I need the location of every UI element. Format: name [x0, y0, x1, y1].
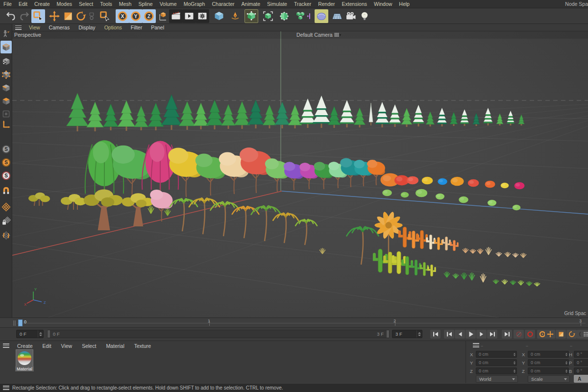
plant-pine-2[interactable]	[103, 104, 118, 130]
coords-field-b-2[interactable]: 0 °	[574, 368, 588, 374]
menu-edit[interactable]: Edit	[15, 0, 31, 8]
tool-render-picture[interactable]	[182, 9, 196, 23]
plant-pine-6[interactable]	[161, 95, 182, 130]
plant-spine-23[interactable]	[389, 104, 401, 127]
end-frame-field[interactable]: 3 F	[392, 330, 422, 338]
material-name[interactable]: Material	[15, 367, 34, 371]
plant-pine-5[interactable]	[148, 103, 164, 130]
coords-dropdown-world[interactable]: World	[476, 375, 518, 383]
menu-modes[interactable]: Modes	[53, 0, 76, 8]
menu-volume[interactable]: Volume	[156, 0, 180, 8]
tool-subdivision-cube[interactable]	[245, 9, 258, 23]
transport-next-frame[interactable]	[476, 330, 487, 339]
tool-light-bulb[interactable]	[358, 9, 371, 23]
rail-workplane-lock[interactable]	[0, 215, 12, 227]
status-menu-icon[interactable]	[3, 386, 9, 390]
viewport-menu-options[interactable]: Options	[100, 24, 126, 30]
plant-scrub-97[interactable]	[513, 253, 518, 257]
plant-grass-107[interactable]	[453, 273, 459, 278]
playhead[interactable]	[18, 319, 23, 326]
plant-cactus-104[interactable]	[421, 262, 428, 276]
rail-model-figure[interactable]	[0, 27, 12, 40]
plant-bush-61[interactable]	[401, 192, 409, 197]
plant-cactus-89[interactable]	[443, 237, 450, 250]
plant-bush-66[interactable]	[513, 205, 521, 210]
coords-dropdown-scale[interactable]: Scale	[528, 375, 570, 383]
plant-spine-33[interactable]	[507, 111, 514, 125]
plant-grass-106[interactable]	[444, 271, 450, 277]
tool-render-settings[interactable]	[196, 9, 209, 23]
plant-pine-24[interactable]	[401, 108, 412, 127]
plant-palm-80[interactable]	[295, 220, 317, 245]
timeline-grip[interactable]	[13, 320, 16, 326]
camera-dropdown-icon[interactable]	[334, 32, 341, 38]
transport-goto-end[interactable]	[502, 330, 512, 339]
tool-coord-system[interactable]	[156, 9, 170, 23]
menu-file[interactable]: File	[0, 0, 15, 8]
plant-bush-60[interactable]	[382, 190, 392, 196]
menu-character[interactable]: Character	[208, 0, 238, 8]
plant-bush-54[interactable]	[438, 178, 447, 185]
menu-tools[interactable]: Tools	[97, 0, 116, 8]
tool-generator-cube[interactable]	[261, 9, 275, 23]
menu-select[interactable]: Select	[75, 0, 97, 8]
menu-create[interactable]: Create	[31, 0, 53, 8]
tool-axis-y[interactable]: Y	[129, 9, 143, 23]
rail-point-cube[interactable]	[0, 68, 12, 81]
coords-stepper[interactable]	[512, 351, 516, 357]
plant-scrub-92[interactable]	[470, 249, 476, 253]
plant-pine-15[interactable]	[288, 105, 302, 128]
transport-toggle-pla[interactable]	[581, 330, 588, 339]
transport-goto-start[interactable]	[430, 330, 441, 339]
menu-animate[interactable]: Animate	[238, 0, 264, 8]
tool-redo[interactable]	[18, 9, 31, 23]
menu-render[interactable]: Render	[315, 0, 338, 8]
plant-scrub-93[interactable]	[477, 248, 483, 254]
plant-grass-73[interactable]	[165, 209, 171, 216]
rail-workplane-axis[interactable]	[0, 118, 12, 131]
plant-scrub-114[interactable]	[518, 280, 524, 285]
plant-cactus-87[interactable]	[427, 235, 434, 249]
viewport-menu-icon[interactable]	[15, 25, 22, 30]
tool-camera[interactable]	[344, 9, 358, 23]
coords-field-x-1[interactable]: 0 cm	[528, 351, 569, 358]
plant-cactus-103[interactable]	[412, 260, 420, 275]
coords-field-z-0[interactable]: 0 cm	[476, 368, 517, 374]
material-menu-select[interactable]: Select	[77, 343, 101, 349]
plant-bush-58[interactable]	[501, 183, 509, 188]
plant-cactus-90[interactable]	[451, 240, 458, 251]
apply-button[interactable]: A	[574, 375, 588, 383]
material-menu-icon[interactable]	[3, 343, 9, 348]
plant-spine-29[interactable]	[460, 109, 469, 126]
coords-field-p-2[interactable]: 0 °	[574, 359, 588, 366]
plant-bush-52[interactable]	[407, 176, 418, 185]
tool-volume-cubes[interactable]	[294, 9, 307, 23]
plant-grass-72[interactable]	[148, 206, 154, 214]
plant-scrub-95[interactable]	[496, 252, 502, 256]
menu-tracker[interactable]: Tracker	[291, 0, 315, 8]
plant-bush-57[interactable]	[485, 181, 495, 188]
viewport-menu-panel[interactable]: Panel	[147, 24, 169, 30]
transport-prev-key[interactable]	[444, 330, 454, 339]
menu-simulate[interactable]: Simulate	[264, 0, 291, 8]
plant-bush-56[interactable]	[468, 179, 479, 187]
plant-bush-63[interactable]	[436, 194, 444, 199]
plant-cactus-86[interactable]	[417, 230, 426, 249]
tool-last-tool[interactable]	[87, 9, 96, 23]
plant-pine-13[interactable]	[263, 105, 276, 128]
plant-grass-109[interactable]	[469, 272, 475, 280]
plant-bush-59[interactable]	[514, 182, 525, 190]
viewport-menu-view[interactable]: View	[24, 24, 45, 30]
transport-record-disabled[interactable]	[514, 330, 524, 339]
frame-stepper[interactable]	[38, 330, 43, 338]
coords-stepper[interactable]	[564, 360, 568, 366]
plant-pine-3[interactable]	[118, 100, 135, 131]
rail-workplane-grid[interactable]	[0, 200, 12, 213]
plant-bush-62[interactable]	[416, 189, 427, 197]
tool-axis-x[interactable]: X	[116, 9, 129, 23]
transport-play[interactable]	[466, 330, 476, 339]
tool-move[interactable]	[48, 9, 61, 23]
viewport-menu-display[interactable]: Display	[74, 24, 99, 30]
transport-next-key[interactable]	[487, 330, 497, 339]
rail-workplane-rotate[interactable]	[0, 229, 12, 242]
